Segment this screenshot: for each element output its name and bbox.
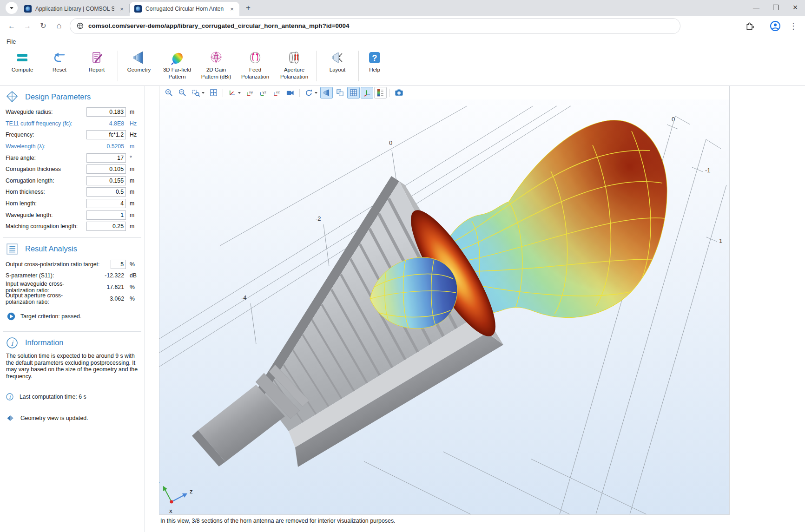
zoom-out-icon — [178, 88, 187, 97]
matching-corrugation-length-input[interactable] — [86, 222, 126, 231]
graphics-area: xy yz xz — [145, 86, 805, 532]
comsol-favicon — [24, 5, 32, 13]
compute-label: Compute — [12, 67, 33, 73]
default-view-button[interactable] — [226, 87, 243, 99]
frequency-input[interactable] — [86, 130, 126, 139]
home-button[interactable]: ⌂ — [52, 19, 66, 33]
feed-polarization-label2: Polarization — [241, 74, 269, 80]
farfield-3d-button[interactable]: 3D Far-field Pattern — [158, 47, 197, 80]
reset-button[interactable]: Reset — [41, 47, 78, 73]
view-yz-icon: yz — [259, 88, 268, 97]
geometry-label: Geometry — [127, 67, 151, 73]
compute-icon — [15, 50, 30, 65]
extensions-icon[interactable] — [745, 21, 754, 31]
color-legend-icon — [376, 88, 385, 97]
app-menubar: File — [0, 36, 805, 47]
tab-search-button[interactable] — [6, 2, 18, 14]
browser-menu-icon[interactable]: ⋮ — [786, 19, 800, 33]
view-caption: In this view, 3/8 sections of the horn a… — [160, 515, 805, 527]
profile-icon[interactable] — [770, 20, 781, 32]
field-output-crosspol: Output aperture cross-polarization ratio… — [0, 293, 145, 304]
field-matching-corrugation-length: Matching corrugation length: m — [0, 221, 145, 232]
axis-tick-label: -4 — [241, 294, 247, 301]
horn-length-input[interactable] — [86, 199, 126, 208]
view-xz-button[interactable]: xz — [271, 87, 283, 99]
zoom-box-button[interactable] — [190, 87, 206, 99]
scene-3d-view[interactable]: 0 -2 -4 0 -1 1 — [159, 99, 729, 514]
close-window-button[interactable]: × — [785, 0, 805, 15]
help-button[interactable]: ? Help — [361, 47, 388, 73]
site-info-icon — [77, 22, 84, 29]
new-tab-button[interactable]: + — [242, 2, 254, 14]
view-xy-button[interactable]: xy — [244, 87, 256, 99]
layout-button[interactable]: Layout — [319, 47, 356, 73]
back-button[interactable]: ← — [5, 19, 19, 33]
zoom-box-icon — [191, 88, 200, 97]
gain-2d-button[interactable]: 2D Gain Pattern (dBi) — [197, 47, 236, 80]
reload-button[interactable]: ↻ — [36, 19, 50, 33]
zoom-in-icon — [165, 88, 173, 97]
input-crosspol-value: 17.621 — [86, 284, 126, 290]
field-frequency: Frequency: Hz — [0, 129, 145, 141]
scene-camera-button[interactable] — [284, 87, 297, 99]
rotate-button[interactable] — [303, 87, 319, 99]
flare-angle-input[interactable] — [86, 153, 126, 163]
file-menu[interactable]: File — [7, 39, 16, 45]
crosspol-target-input[interactable] — [111, 260, 126, 269]
svg-text:?: ? — [372, 53, 377, 63]
address-bar[interactable]: comsol.com/server-demo/app/library_corru… — [70, 18, 680, 34]
corrugation-thickness-input[interactable] — [86, 164, 126, 174]
feed-polarization-button[interactable]: Feed Polarization — [236, 47, 275, 80]
maximize-icon — [773, 5, 779, 10]
zoom-out-button[interactable] — [176, 87, 189, 99]
maximize-button[interactable] — [766, 0, 785, 15]
browser-tabstrip: Application Library | COMSOL S × Corruga… — [0, 0, 805, 16]
triad-x-label: x — [169, 507, 172, 514]
show-geometry-button[interactable] — [320, 87, 333, 99]
minimize-button[interactable]: — — [746, 0, 766, 15]
browser-tab-application-library[interactable]: Application Library | COMSOL S × — [20, 2, 129, 16]
output-crosspol-value: 3.062 — [86, 296, 126, 302]
close-tab-icon[interactable]: × — [118, 5, 125, 13]
wavelength-value: 0.5205 — [86, 143, 126, 150]
aperture-polarization-button[interactable]: Aperture Polarization — [275, 47, 314, 80]
horn-thickness-input[interactable] — [86, 187, 126, 197]
axis-orientation-button[interactable] — [361, 87, 373, 99]
snapshot-button[interactable] — [393, 87, 405, 99]
dropdown-caret-icon — [315, 92, 317, 94]
grid-button[interactable] — [347, 87, 360, 99]
browser-tab-horn-antenna[interactable]: Corrugated Circular Horn Anten × — [130, 2, 239, 16]
transparency-button[interactable] — [334, 87, 346, 99]
close-tab-icon[interactable]: × — [228, 5, 236, 13]
info-small-icon: i — [6, 393, 13, 401]
field-s-parameter: S-parameter (S11): -12.322 dB — [0, 270, 145, 282]
design-parameters-header: Design Parameters — [6, 91, 145, 103]
field-horn-thickness: Horn thickness: m — [0, 186, 145, 198]
information-paragraph: The solution time is expected to be arou… — [6, 353, 138, 380]
comsol-favicon — [134, 5, 142, 13]
color-legend-button[interactable] — [374, 87, 387, 99]
information-header: i Information — [6, 337, 145, 349]
target-criterion-status: Target criterion: passed. — [7, 312, 145, 321]
help-icon: ? — [367, 50, 382, 65]
compute-button[interactable]: Compute — [4, 47, 41, 73]
te11-cutoff-value: 4.8E8 — [86, 120, 126, 127]
report-button[interactable]: Report — [78, 47, 115, 73]
field-corrugation-length: Corrugation length: m — [0, 175, 145, 187]
target-criterion-text: Target criterion: passed. — [20, 313, 81, 320]
aperture-polarization-icon — [287, 50, 302, 65]
zoom-in-button[interactable] — [163, 87, 175, 99]
view-yz-button[interactable]: yz — [257, 87, 270, 99]
farfield-3d-label2: Pattern — [168, 74, 185, 80]
waveguide-radius-input[interactable] — [86, 107, 126, 117]
corrugation-length-input[interactable] — [86, 176, 126, 185]
geometry-icon — [132, 50, 146, 65]
zoom-extents-button[interactable] — [207, 87, 220, 99]
gain-2d-label2: Pattern (dBi) — [201, 74, 231, 80]
axis-orientation-icon — [363, 88, 371, 97]
dropdown-caret-icon — [202, 92, 205, 94]
gain-2d-icon — [209, 50, 224, 65]
waveguide-length-input[interactable] — [86, 210, 126, 220]
geometry-button[interactable]: Geometry — [120, 47, 158, 73]
forward-button[interactable]: → — [20, 19, 34, 33]
